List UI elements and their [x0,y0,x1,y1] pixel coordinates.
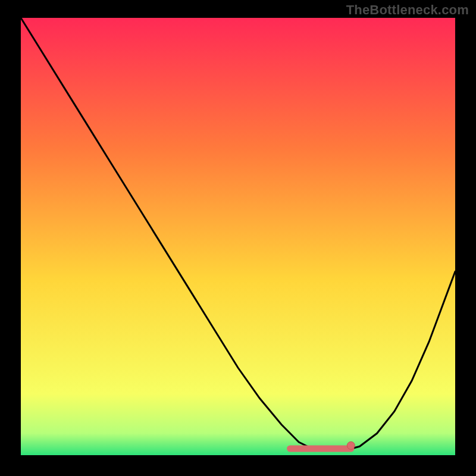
chart-svg [21,18,455,455]
plot-area [21,18,455,455]
gradient-bg [21,18,455,455]
optimal-marker [347,441,355,449]
watermark-text: TheBottleneck.com [346,2,469,18]
chart-frame: TheBottleneck.com [0,0,476,476]
